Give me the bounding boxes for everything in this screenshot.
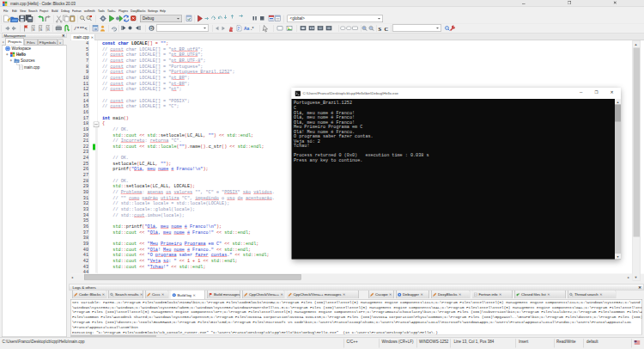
svg-text:Aa: Aa	[244, 26, 250, 31]
svg-text:*<: *<	[82, 26, 88, 32]
svg-text:R: R	[47, 28, 50, 32]
svg-text:.*: .*	[251, 26, 253, 31]
svg-text:S: S	[379, 26, 382, 32]
svg-text:C: C	[385, 26, 389, 32]
svg-text:B: B	[40, 28, 43, 32]
svg-text:B: B	[33, 28, 35, 32]
